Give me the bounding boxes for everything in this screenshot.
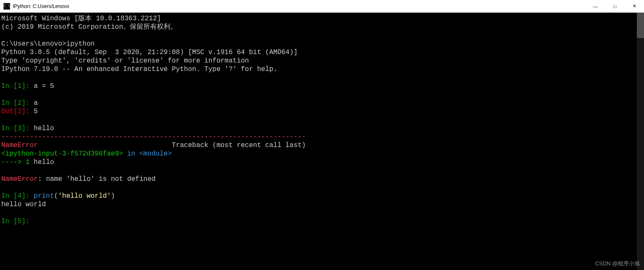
scrollbar-thumb[interactable] — [637, 13, 644, 38]
ipython-banner-1: Python 3.8.5 (default, Sep 3 2020, 21:29… — [1, 49, 298, 56]
close-button[interactable]: ✕ — [625, 0, 644, 12]
minimize-button[interactable]: — — [586, 0, 605, 12]
traceback-label: Traceback (most recent call last) — [38, 142, 306, 149]
window-titlebar[interactable]: C:\ IPython: C:Users/Lenovo — □ ✕ — [0, 0, 644, 13]
os-banner-line2: (c) 2019 Microsoft Corporation。保留所有权利。 — [1, 23, 177, 31]
error-name: NameError — [1, 142, 38, 149]
traceback-rule: ----------------------------------------… — [1, 133, 306, 141]
in4-fn: print — [34, 192, 54, 200]
traceback-source: <ipython-input-3-f572d396fae9> — [1, 150, 123, 158]
stdout-4: hello world — [1, 201, 46, 208]
window-controls: — □ ✕ — [586, 0, 644, 12]
in-prompt-1: In [1]: — [1, 82, 34, 90]
in-code-3: hello — [34, 125, 54, 132]
in-prompt-2: In [2]: — [1, 99, 34, 107]
in-prompt-3: In [3]: — [1, 125, 34, 132]
cmd-prompt: C:\Users\Lenovo> — [1, 40, 66, 48]
cmd-command: ipython — [66, 40, 95, 48]
window-title: IPython: C:Users/Lenovo — [13, 3, 69, 9]
traceback-arrow-code: hello — [30, 158, 54, 166]
maximize-button[interactable]: □ — [605, 0, 625, 12]
in-prompt-5: In [5]: — [1, 218, 34, 225]
terminal[interactable]: Microsoft Windows [版本 10.0.18363.2212] (… — [0, 13, 637, 270]
error-msg-final: : name 'hello' is not defined — [38, 175, 155, 183]
in-code-2: a — [34, 99, 38, 107]
os-banner-line1: Microsoft Windows [版本 10.0.18363.2212] — [1, 15, 161, 22]
vertical-scrollbar[interactable] — [637, 13, 644, 270]
out-prompt-2: Out[2]: — [1, 108, 34, 115]
traceback-module: <module> — [139, 150, 172, 158]
in-code-1: a = 5 — [34, 82, 54, 90]
in4-paren-r: ) — [111, 192, 115, 200]
out-value-2: 5 — [34, 108, 38, 115]
in4-paren-l: ( — [54, 192, 58, 200]
traceback-in: in — [123, 150, 139, 158]
ipython-banner-2: Type 'copyright', 'credits' or 'license'… — [1, 57, 249, 65]
ipython-banner-3: IPython 7.19.0 -- An enhanced Interactiv… — [1, 65, 277, 73]
in4-string: 'hello world' — [58, 192, 111, 200]
terminal-area: Microsoft Windows [版本 10.0.18363.2212] (… — [0, 13, 644, 270]
in-prompt-4: In [4]: — [1, 192, 34, 200]
app-icon: C:\ — [3, 3, 10, 10]
error-name-final: NameError — [1, 175, 38, 183]
traceback-arrow: ----> 1 — [1, 158, 30, 166]
